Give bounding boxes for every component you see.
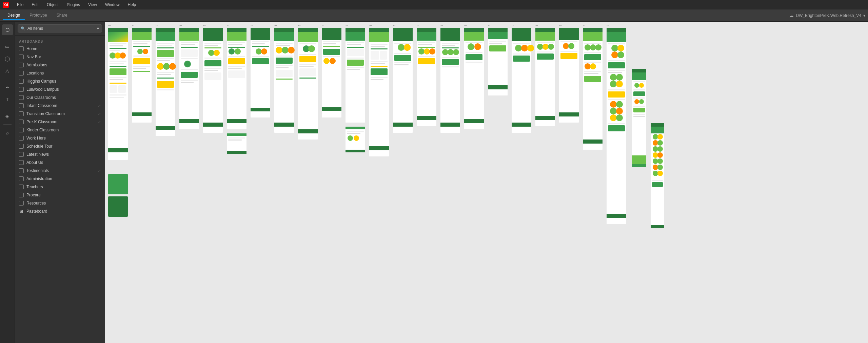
sidebar-item-infant-classroom[interactable]: Infant Classroom ⤢ [15, 102, 105, 110]
select-tool[interactable]: ⬡ [2, 24, 13, 35]
artboard-latest-news[interactable]: ... [369, 23, 389, 156]
svg-rect-188 [371, 48, 388, 49]
sidebar-item-testimonials[interactable]: Testimonials ⤢ [15, 167, 105, 175]
artboard-admissions[interactable]: ... [156, 23, 176, 136]
svg-point-96 [229, 48, 235, 55]
artboard-about-us[interactable]: ... [393, 23, 413, 133]
sidebar-item-teachers[interactable]: Teachers [15, 183, 105, 191]
artboard-desktop-3[interactable]: ... [583, 23, 603, 150]
svg-rect-72 [181, 82, 194, 83]
artboard-procare[interactable]: ... [488, 23, 508, 95]
sidebar-item-administration[interactable]: Administration [15, 175, 105, 183]
svg-rect-16 [110, 79, 123, 80]
assets-tool[interactable]: ◈ [2, 111, 13, 122]
rectangle-tool[interactable]: ▭ [2, 41, 13, 52]
sidebar-item-procare[interactable]: Procare [15, 191, 105, 199]
tab-share[interactable]: Share [52, 12, 72, 20]
sidebar-item-label: Pre-K Classroom [26, 120, 95, 124]
svg-rect-302 [584, 71, 601, 72]
artboard-administration[interactable]: ... [440, 23, 460, 133]
triangle-tool[interactable]: △ [2, 65, 13, 76]
svg-point-361 [653, 152, 658, 158]
svg-rect-191 [371, 61, 388, 62]
cloud-dropdown-icon[interactable]: ▾ [863, 13, 865, 18]
sidebar-item-navbar[interactable]: Nav Bar [15, 53, 105, 61]
menu-view[interactable]: View [87, 2, 98, 8]
svg-rect-132 [276, 65, 293, 66]
sidebar-item-home[interactable]: Home [15, 45, 105, 53]
sidebar-item-transition-classroom[interactable]: Transition Classroom ⤢ [15, 110, 105, 118]
svg-point-160 [323, 58, 330, 64]
sidebar-item-latest-news[interactable]: Latest News [15, 150, 105, 158]
svg-rect-227 [440, 32, 460, 41]
artboard-locations[interactable]: ... [179, 23, 199, 129]
artboard-testimonials[interactable]: ... [417, 23, 436, 126]
svg-rect-85 [204, 68, 221, 69]
menu-object[interactable]: Object [45, 2, 60, 8]
svg-text:...: ... [227, 23, 230, 26]
menu-window[interactable]: Window [104, 2, 121, 8]
svg-rect-145 [299, 56, 316, 62]
svg-rect-318 [608, 72, 622, 73]
tab-design[interactable]: Design [3, 12, 25, 20]
artboard-icon [19, 144, 24, 149]
svg-rect-213 [417, 28, 436, 32]
ellipse-tool[interactable]: ◯ [2, 53, 13, 64]
artboard-home[interactable]: ... [108, 23, 128, 217]
svg-rect-35 [133, 58, 150, 64]
artboard-higgins-campus[interactable]: ... [203, 23, 223, 133]
svg-point-294 [585, 44, 591, 50]
artboard-infant-classroom[interactable]: ... [274, 23, 295, 133]
artboard-schedule-tour[interactable]: ... [346, 23, 365, 152]
svg-rect-200 [393, 28, 413, 32]
artboard-desktop-2[interactable]: ... [559, 23, 579, 123]
svg-rect-229 [442, 45, 455, 46]
svg-rect-148 [299, 68, 316, 76]
svg-point-296 [595, 44, 601, 50]
sidebar-item-admissions[interactable]: Admissions [15, 61, 105, 69]
svg-rect-174 [347, 69, 360, 70]
artboard-right-group[interactable] [651, 123, 664, 228]
text-tool[interactable]: T [2, 94, 13, 105]
menu-help[interactable]: Help [126, 2, 138, 8]
svg-point-68 [184, 61, 191, 67]
artboard-our-classrooms[interactable]: ... [251, 23, 270, 117]
sidebar-item-lullwood-campus[interactable]: Lullwood Campus [15, 85, 105, 93]
tab-prototype[interactable]: Prototype [25, 12, 52, 20]
search-input[interactable]: 🔍 All Items ▾ [18, 24, 102, 33]
canvas[interactable]: ... [105, 22, 868, 343]
sidebar-item-prek-classroom[interactable]: Pre-K Classroom ⤢ [15, 118, 105, 126]
artboard-navbar[interactable]: ... [132, 23, 152, 123]
artboard-mobile-cluster[interactable] [632, 69, 646, 167]
svg-point-232 [448, 49, 454, 55]
svg-rect-189 [371, 51, 379, 60]
svg-rect-230 [442, 47, 459, 48]
artboard-transition-classroom[interactable]: ... [298, 23, 318, 140]
artboard-lullwood-campus[interactable]: ... [227, 23, 246, 154]
sidebar-item-kinder-classroom[interactable]: Kinder Classroom [15, 126, 105, 134]
cloud-info: ☁ DW_BrightonPreK.Web.Refresh_V4 ▾ [789, 13, 865, 18]
artboard-desktop-home[interactable]: ... [535, 23, 555, 126]
svg-point-339 [634, 83, 639, 88]
pen-tool[interactable]: ✒ [2, 82, 13, 93]
sidebar-item-higgins-campus[interactable]: Higgins Campus [15, 77, 105, 85]
artboard-teachers[interactable]: ... [464, 23, 484, 129]
sidebar-item-about-us[interactable]: About Us [15, 158, 105, 167]
sidebar-item-resources[interactable]: Resources [15, 199, 105, 207]
sidebar-item-our-classrooms[interactable]: Our Classrooms [15, 93, 105, 102]
svg-point-179 [348, 135, 353, 141]
artboard-icon [19, 136, 24, 141]
menu-file[interactable]: File [16, 2, 25, 8]
artboard-resources[interactable]: ... [512, 23, 534, 133]
sidebar-item-work-here[interactable]: Work Here [15, 134, 105, 142]
sidebar-item-pasteboard[interactable]: ⊞ Pasteboard [15, 207, 105, 215]
artboard-icon [19, 193, 24, 197]
zoom-tool[interactable]: ⌕ [2, 127, 13, 138]
menu-plugins[interactable]: Plugins [65, 2, 81, 8]
sidebar-item-schedule-tour[interactable]: Schedule Tour [15, 142, 105, 150]
svg-rect-12 [110, 63, 124, 64]
sidebar-item-locations[interactable]: Locations [15, 69, 105, 77]
artboard-work-here[interactable]: ... [322, 23, 341, 117]
menu-edit[interactable]: Edit [30, 2, 40, 8]
artboard-desktop-4-tall[interactable]: ... [607, 23, 626, 224]
